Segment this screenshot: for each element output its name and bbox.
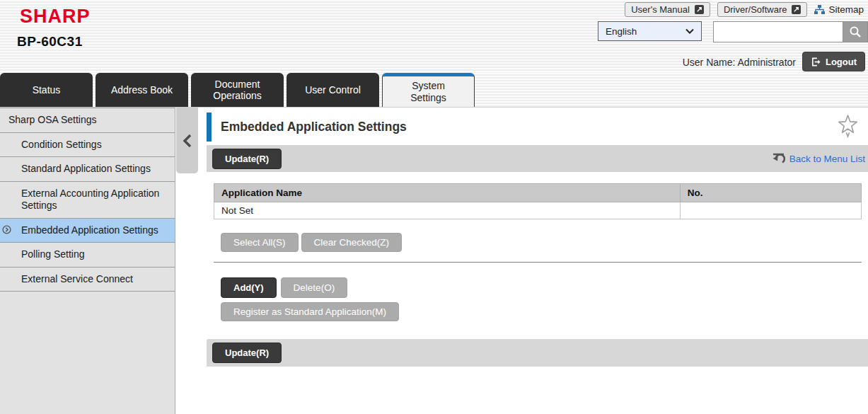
logout-icon bbox=[811, 57, 821, 67]
driver-software-label: Driver/Software bbox=[724, 4, 787, 15]
main-tabs: Status Address Book Document Operations … bbox=[0, 73, 868, 108]
sidebar-item-label: Standard Application Settings bbox=[21, 163, 151, 174]
add-delete-buttons-row: Add(Y) Delete(O) bbox=[221, 277, 868, 298]
title-accent-bar bbox=[207, 113, 212, 142]
title-row: Embedded Application Settings bbox=[207, 108, 868, 145]
user-name-label: User Name: Administrator bbox=[683, 57, 796, 68]
update-button-bottom[interactable]: Update(R) bbox=[212, 343, 282, 363]
tab-label: Status bbox=[33, 84, 61, 96]
top-toolbar: Update(R) Back to Menu List bbox=[207, 145, 868, 172]
sidebar-item-label: Embedded Application Settings bbox=[21, 224, 158, 236]
language-select[interactable]: English bbox=[598, 21, 702, 41]
search-icon bbox=[849, 25, 862, 38]
sidebar-item-external-accounting-application-settings[interactable]: External Accounting Application Settings bbox=[0, 182, 175, 219]
section-divider bbox=[214, 262, 862, 263]
sidebar-item-standard-application-settings[interactable]: Standard Application Settings bbox=[0, 157, 175, 182]
search-input[interactable] bbox=[713, 21, 843, 42]
clear-checked-button[interactable]: Clear Checked(Z) bbox=[301, 233, 403, 252]
tab-status[interactable]: Status bbox=[0, 73, 93, 107]
column-header-application-name: Application Name bbox=[214, 184, 681, 202]
sidebar-item-sharp-osa-settings[interactable]: Sharp OSA Settings bbox=[0, 108, 175, 133]
selected-arrow-icon bbox=[2, 225, 11, 234]
select-all-button[interactable]: Select All(S) bbox=[221, 233, 299, 252]
sidebar-item-label: Condition Settings bbox=[21, 139, 102, 150]
external-link-icon bbox=[695, 5, 704, 14]
logout-label: Logout bbox=[826, 57, 857, 67]
chevron-left-icon bbox=[182, 133, 193, 149]
cell-no bbox=[680, 202, 861, 219]
sharp-logo: SHARP bbox=[20, 6, 91, 28]
update-button-top[interactable]: Update(R) bbox=[212, 149, 282, 169]
application-table-wrap: Application Name No. Not Set bbox=[214, 183, 862, 219]
sidebar-item-label: External Accounting Application Settings bbox=[21, 188, 159, 212]
sitemap-link[interactable]: Sitemap bbox=[814, 4, 864, 15]
sidebar-item-embedded-application-settings[interactable]: Embedded Application Settings bbox=[0, 219, 175, 243]
header-links: User's Manual Driver/Software bbox=[625, 2, 864, 17]
back-to-menu-icon bbox=[772, 153, 785, 165]
chevron-down-icon bbox=[685, 28, 694, 34]
header: SHARP BP-60C31 User's Manual Driver/Soft… bbox=[0, 0, 868, 73]
cell-application-name: Not Set bbox=[214, 202, 681, 219]
tab-label: System Settings bbox=[396, 80, 461, 103]
tab-label: User Control bbox=[305, 84, 361, 96]
page: SHARP BP-60C31 User's Manual Driver/Soft… bbox=[0, 0, 868, 414]
back-to-menu-link[interactable]: Back to Menu List bbox=[772, 153, 865, 165]
tab-system-settings[interactable]: System Settings bbox=[382, 73, 475, 107]
back-to-menu-label: Back to Menu List bbox=[789, 154, 865, 164]
sitemap-icon bbox=[814, 5, 825, 15]
driver-software-button[interactable]: Driver/Software bbox=[717, 2, 808, 17]
add-button[interactable]: Add(Y) bbox=[221, 277, 277, 298]
sidebar-item-label: Sharp OSA Settings bbox=[8, 114, 97, 125]
search-button[interactable] bbox=[843, 21, 868, 42]
sidebar-item-label: External Service Connect bbox=[21, 273, 133, 284]
tab-document-operations[interactable]: Document Operations bbox=[191, 73, 284, 107]
tab-label: Document Operations bbox=[204, 79, 270, 101]
sidebar-item-label: Polling Setting bbox=[21, 248, 85, 260]
sidebar-item-external-service-connect[interactable]: External Service Connect bbox=[0, 268, 175, 292]
sidebar-collapse-button[interactable] bbox=[176, 108, 198, 173]
external-link-icon bbox=[792, 5, 801, 14]
language-selected-value: English bbox=[606, 26, 637, 37]
bottom-toolbar: Update(R) bbox=[207, 339, 868, 367]
users-manual-label: User's Manual bbox=[631, 4, 690, 15]
tab-address-book[interactable]: Address Book bbox=[96, 73, 188, 107]
application-table: Application Name No. Not Set bbox=[214, 183, 862, 219]
favorite-star-icon[interactable] bbox=[837, 114, 859, 138]
users-manual-button[interactable]: User's Manual bbox=[625, 2, 710, 17]
sidebar: Sharp OSA Settings Condition Settings St… bbox=[0, 108, 175, 414]
device-model: BP-60C31 bbox=[17, 34, 83, 50]
search-area bbox=[713, 21, 868, 42]
sidebar-item-condition-settings[interactable]: Condition Settings bbox=[0, 133, 175, 158]
column-header-no: No. bbox=[680, 184, 861, 202]
tab-label: Address Book bbox=[111, 84, 173, 96]
table-header-row: Application Name No. bbox=[214, 184, 862, 202]
sitemap-label: Sitemap bbox=[828, 4, 864, 15]
main-content: Embedded Application Settings Update(R) bbox=[207, 108, 868, 414]
tab-user-control[interactable]: User Control bbox=[287, 73, 379, 107]
table-row: Not Set bbox=[214, 202, 862, 219]
logout-button[interactable]: Logout bbox=[802, 52, 865, 71]
delete-button[interactable]: Delete(O) bbox=[281, 277, 348, 298]
selection-buttons-row: Select All(S) Clear Checked(Z) bbox=[221, 233, 868, 252]
register-button-row: Register as Standard Application(M) bbox=[221, 302, 868, 321]
sidebar-item-polling-setting[interactable]: Polling Setting bbox=[0, 243, 175, 268]
page-title: Embedded Application Settings bbox=[221, 119, 407, 134]
register-as-standard-application-button[interactable]: Register as Standard Application(M) bbox=[221, 302, 399, 321]
